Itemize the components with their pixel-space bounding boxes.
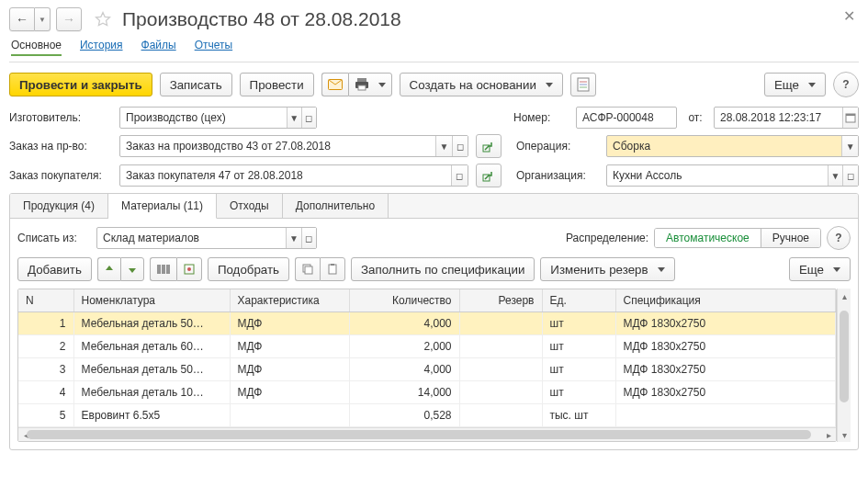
move-group <box>97 257 144 281</box>
col-reserve[interactable]: Резерв <box>459 289 542 312</box>
operation-input[interactable] <box>607 136 841 156</box>
nb-tab-waste[interactable]: Отходы <box>217 194 283 218</box>
writeoff-open[interactable]: ◻ <box>301 228 316 248</box>
date-picker[interactable] <box>842 108 858 128</box>
move-up-button[interactable] <box>97 257 120 281</box>
prod-order-field[interactable]: ▼ ◻ <box>119 135 468 157</box>
vscroll-up[interactable]: ▴ <box>839 290 850 301</box>
print-button[interactable] <box>348 73 392 96</box>
close-button[interactable]: ✕ <box>840 7 859 25</box>
cust-order-action[interactable] <box>476 164 502 187</box>
writeoff-dropdown[interactable]: ▼ <box>286 228 300 248</box>
copy-button[interactable] <box>295 257 320 281</box>
number-input[interactable] <box>577 108 676 128</box>
email-button[interactable] <box>321 73 348 96</box>
distribution-manual[interactable]: Ручное <box>761 229 820 247</box>
table-row[interactable]: 3 Мебельная деталь 50… МДФ 4,000 шт МДФ … <box>18 358 836 381</box>
arrow-left-icon <box>16 12 28 27</box>
link-in-icon <box>482 140 495 153</box>
help-button[interactable]: ? <box>833 72 859 97</box>
cell-nomen: Мебельная деталь 50… <box>73 312 230 335</box>
tab-files[interactable]: Файлы <box>141 39 176 56</box>
manufacturer-dropdown[interactable]: ▼ <box>287 108 301 128</box>
paste-button[interactable] <box>320 257 345 281</box>
operation-field[interactable]: ▼ <box>606 135 859 157</box>
prod-order-dropdown[interactable]: ▼ <box>435 136 451 156</box>
nav-back-dropdown[interactable]: ▼ <box>35 7 51 31</box>
date-field[interactable] <box>714 107 859 129</box>
col-char[interactable]: Характеристика <box>230 289 349 312</box>
prod-order-open[interactable]: ◻ <box>452 136 468 156</box>
tab-main[interactable]: Основное <box>11 39 62 56</box>
cust-order-input[interactable] <box>120 165 451 186</box>
tab-reports[interactable]: Отчеты <box>195 39 232 56</box>
date-label: от: <box>684 111 706 124</box>
hscroll-thumb[interactable] <box>27 430 811 439</box>
hscroll-right[interactable]: ▸ <box>823 429 834 440</box>
cell-unit: шт <box>542 335 615 358</box>
cell-unit: шт <box>542 358 615 381</box>
distribution-help[interactable]: ? <box>827 226 851 250</box>
nb-tab-additional[interactable]: Дополнительно <box>283 194 389 218</box>
nav-forward-button[interactable] <box>56 7 82 31</box>
org-input[interactable] <box>607 165 828 186</box>
col-nomen[interactable]: Номенклатура <box>73 289 230 312</box>
table-row[interactable]: 4 Мебельная деталь 10… МДФ 14,000 шт МДФ… <box>18 381 836 404</box>
org-open[interactable]: ◻ <box>842 165 858 186</box>
question-icon: ? <box>835 232 841 244</box>
col-unit[interactable]: Ед. <box>542 289 615 312</box>
tab-history[interactable]: История <box>80 39 123 56</box>
org-dropdown[interactable]: ▼ <box>828 165 843 186</box>
cust-order-open[interactable]: ◻ <box>451 165 468 186</box>
favorite-star[interactable] <box>93 9 113 29</box>
prod-order-input[interactable] <box>120 136 435 156</box>
post-button[interactable]: Провести <box>240 73 314 96</box>
hscrollbar[interactable]: ◂ ▸ <box>18 427 836 441</box>
add-row-button[interactable]: Добавить <box>17 257 92 281</box>
create-based-button[interactable]: Создать на основании <box>400 73 563 96</box>
vscrollbar[interactable]: ▴ ▾ <box>837 289 851 442</box>
barcode-group <box>150 257 202 281</box>
writeoff-input[interactable] <box>97 228 286 248</box>
scan-button[interactable] <box>176 257 202 281</box>
org-field[interactable]: ▼ ◻ <box>606 164 859 187</box>
table-row[interactable]: 5 Евровинт 6.5x5 0,528 тыс. шт <box>18 404 836 427</box>
move-down-button[interactable] <box>120 257 144 281</box>
cell-reserve <box>459 358 542 381</box>
fill-by-spec-button[interactable]: Заполнить по спецификации <box>351 257 535 281</box>
vscroll-thumb[interactable] <box>840 311 849 402</box>
cell-qty: 14,000 <box>349 381 459 404</box>
change-reserve-button[interactable]: Изменить резерв <box>540 257 674 281</box>
report-button[interactable] <box>570 73 596 96</box>
col-qty[interactable]: Количество <box>349 289 459 312</box>
manufacturer-input[interactable] <box>120 108 287 128</box>
pick-button[interactable]: Подобрать <box>208 257 289 281</box>
prod-order-action[interactable] <box>476 134 502 158</box>
nav-back-button[interactable] <box>9 7 35 31</box>
writeoff-field[interactable]: ▼ ◻ <box>96 227 317 249</box>
nb-tab-materials[interactable]: Материалы (11) <box>108 194 217 219</box>
barcode-icon <box>156 263 171 276</box>
cust-order-field[interactable]: ◻ <box>119 164 468 187</box>
table-row[interactable]: 2 Мебельная деталь 60… МДФ 2,000 шт МДФ … <box>18 335 836 358</box>
svg-rect-23 <box>329 265 336 274</box>
save-button[interactable]: Записать <box>160 73 232 96</box>
col-n[interactable]: N <box>18 289 73 312</box>
svg-rect-1 <box>328 80 342 90</box>
more-button[interactable]: Еще <box>764 73 826 96</box>
col-spec[interactable]: Спецификация <box>615 289 836 312</box>
number-field[interactable] <box>576 107 677 129</box>
date-input[interactable] <box>715 108 842 128</box>
post-and-close-button[interactable]: Провести и закрыть <box>9 73 152 96</box>
grid-more-button[interactable]: Еще <box>789 257 851 281</box>
nb-tab-products[interactable]: Продукция (4) <box>10 194 108 218</box>
distribution-auto[interactable]: Автоматическое <box>655 229 761 247</box>
vscroll-down[interactable]: ▾ <box>839 429 850 440</box>
manufacturer-field[interactable]: ▼ ◻ <box>119 107 317 129</box>
operation-dropdown[interactable]: ▼ <box>841 136 858 156</box>
barcode-button[interactable] <box>150 257 176 281</box>
cell-n: 2 <box>18 335 73 358</box>
manufacturer-open[interactable]: ◻ <box>301 108 316 128</box>
cell-qty: 2,000 <box>349 335 459 358</box>
table-row[interactable]: 1 Мебельная деталь 50… МДФ 4,000 шт МДФ … <box>18 312 836 335</box>
